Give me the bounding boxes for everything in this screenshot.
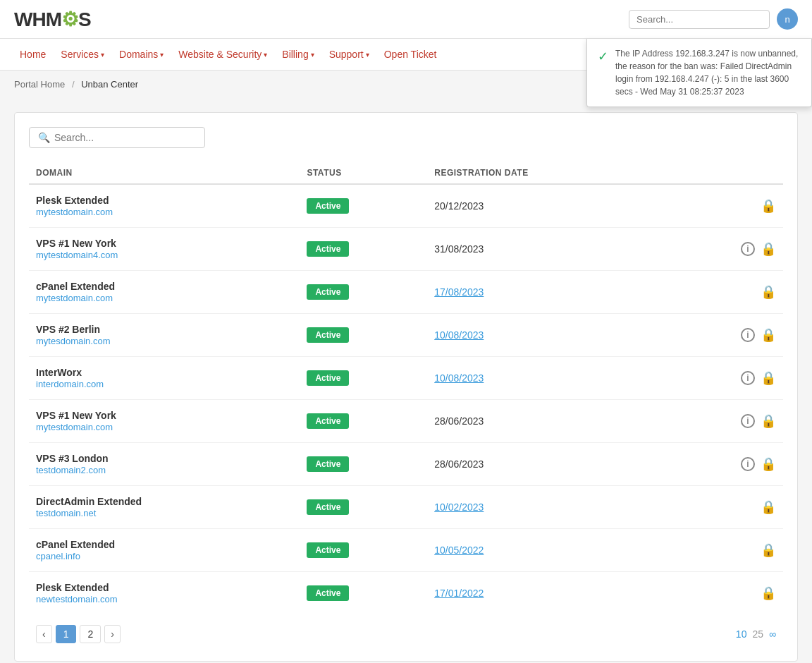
domain-url[interactable]: interdomain.com: [36, 379, 104, 389]
status-badge: Active: [307, 542, 349, 558]
lock-icon[interactable]: 🔒: [761, 284, 776, 300]
support-caret: ▾: [366, 51, 369, 59]
status-badge: Active: [307, 499, 349, 515]
lock-icon[interactable]: 🔒: [761, 241, 776, 257]
lock-icon[interactable]: 🔒: [761, 542, 776, 558]
page-size-inf[interactable]: ∞: [769, 628, 776, 640]
logo-gear: ⚙: [61, 8, 78, 31]
row-actions: 🔒: [679, 542, 776, 558]
actions-cell: i🔒: [672, 228, 783, 271]
info-button[interactable]: i: [741, 328, 755, 342]
status-badge: Active: [307, 585, 349, 601]
domain-name: VPS #3 London: [36, 453, 293, 464]
row-actions: i🔒: [679, 456, 776, 472]
page-size-10[interactable]: 10: [736, 628, 747, 640]
status-cell: Active: [300, 357, 427, 400]
page-1-button[interactable]: 1: [56, 625, 77, 643]
reg-date-link[interactable]: 10/08/2023: [434, 329, 484, 341]
domain-url[interactable]: mytestdomain.com: [36, 207, 113, 217]
page-2-button[interactable]: 2: [80, 625, 101, 643]
status-badge: Active: [307, 284, 349, 300]
lock-icon[interactable]: 🔒: [761, 456, 776, 472]
breadcrumb-separator: /: [72, 79, 75, 90]
lock-icon[interactable]: 🔒: [761, 327, 776, 343]
domain-cell: VPS #3 Londontestdomain2.com: [29, 443, 300, 486]
domain-url[interactable]: mytestdomain4.com: [36, 250, 118, 260]
header-search-input[interactable]: [629, 10, 770, 29]
info-button[interactable]: i: [741, 371, 755, 385]
status-badge: Active: [307, 456, 349, 472]
table-row: VPS #3 Londontestdomain2.comActive28/06/…: [29, 443, 783, 486]
search-input[interactable]: [54, 132, 196, 143]
nav-services[interactable]: Services ▾: [55, 45, 110, 63]
notification-check-icon: ✓: [598, 49, 608, 64]
row-actions: i🔒: [679, 327, 776, 343]
reg-date: 28/06/2023: [434, 458, 484, 470]
reg-date-link[interactable]: 10/02/2023: [434, 501, 484, 513]
reg-date-link[interactable]: 17/08/2023: [434, 286, 484, 298]
header: WHM⚙S n: [0, 0, 812, 39]
notification-popup: ✓ The IP Address 192.168.3.247 is now un…: [586, 39, 812, 107]
domain-cell: cPanel Extendedmytestdomain.com: [29, 271, 300, 314]
domain-url[interactable]: mytestdomain.com: [36, 422, 113, 432]
actions-cell: i🔒: [672, 314, 783, 357]
nav-domains[interactable]: Domains ▾: [113, 45, 169, 63]
domain-cell: Plesk Extendedmytestdomain.com: [29, 184, 300, 228]
reg-date-link[interactable]: 10/05/2022: [434, 545, 484, 556]
reg-date-link[interactable]: 10/08/2023: [434, 372, 484, 384]
info-button[interactable]: i: [741, 242, 755, 256]
actions-cell: 🔒: [672, 486, 783, 529]
domain-url[interactable]: mytestdomain.com: [36, 293, 113, 303]
domain-name: InterWorx: [36, 367, 293, 378]
user-menu-button[interactable]: n: [777, 8, 798, 30]
lock-icon[interactable]: 🔒: [761, 585, 776, 601]
nav-home[interactable]: Home: [14, 45, 51, 63]
table-row: cPanel Extendedcpanel.infoActive10/05/20…: [29, 529, 783, 572]
date-cell: 17/01/2022: [427, 572, 672, 615]
nav-support[interactable]: Support ▾: [324, 45, 375, 63]
domain-name: DirectAdmin Extended: [36, 496, 293, 507]
col-actions: [672, 162, 783, 184]
domain-name: cPanel Extended: [36, 281, 293, 292]
status-cell: Active: [300, 184, 427, 228]
nav-open-ticket[interactable]: Open Ticket: [379, 45, 443, 63]
date-cell: 10/08/2023: [427, 357, 672, 400]
date-cell: 17/08/2023: [427, 271, 672, 314]
date-cell: 28/06/2023: [427, 443, 672, 486]
domain-name: cPanel Extended: [36, 539, 293, 550]
lock-icon[interactable]: 🔒: [761, 413, 776, 429]
col-domain: DOMAIN: [29, 162, 300, 184]
date-cell: 20/12/2023: [427, 184, 672, 228]
nav-billing[interactable]: Billing ▾: [276, 45, 319, 63]
services-caret: ▾: [101, 51, 104, 59]
page-size-sep: 25: [752, 628, 763, 640]
info-button[interactable]: i: [741, 457, 755, 471]
domain-cell: VPS #1 New Yorkmytestdomain4.com: [29, 228, 300, 271]
table-row: Plesk Extendednewtestdomain.comActive17/…: [29, 572, 783, 615]
info-button[interactable]: i: [741, 414, 755, 428]
next-page-button[interactable]: ›: [104, 625, 121, 643]
table-body: Plesk Extendedmytestdomain.comActive20/1…: [29, 184, 783, 614]
date-cell: 31/08/2023: [427, 228, 672, 271]
prev-page-button[interactable]: ‹: [36, 625, 52, 643]
domain-url[interactable]: mytesdomain.com: [36, 336, 110, 346]
domain-url[interactable]: newtestdomain.com: [36, 594, 118, 604]
actions-cell: 🔒: [672, 529, 783, 572]
domain-url[interactable]: testdomain.net: [36, 508, 96, 518]
reg-date-link[interactable]: 17/01/2022: [434, 588, 484, 599]
domain-cell: DirectAdmin Extendedtestdomain.net: [29, 486, 300, 529]
page-buttons: ‹ 1 2 ›: [36, 625, 121, 643]
lock-icon[interactable]: 🔒: [761, 499, 776, 515]
status-badge: Active: [307, 241, 349, 257]
nav-website-security[interactable]: Website & Security ▾: [173, 45, 273, 63]
main-content: 🔍 DOMAIN STATUS REGISTRATION DATE Plesk …: [0, 98, 812, 663]
lock-icon[interactable]: 🔒: [761, 370, 776, 386]
domain-url[interactable]: testdomain2.com: [36, 465, 106, 475]
domain-url[interactable]: cpanel.info: [36, 551, 80, 561]
breadcrumb-portal-home[interactable]: Portal Home: [14, 79, 65, 90]
status-cell: Active: [300, 228, 427, 271]
status-cell: Active: [300, 572, 427, 615]
domains-caret: ▾: [160, 51, 164, 59]
table-header: DOMAIN STATUS REGISTRATION DATE: [29, 162, 783, 184]
lock-icon[interactable]: 🔒: [761, 198, 776, 214]
